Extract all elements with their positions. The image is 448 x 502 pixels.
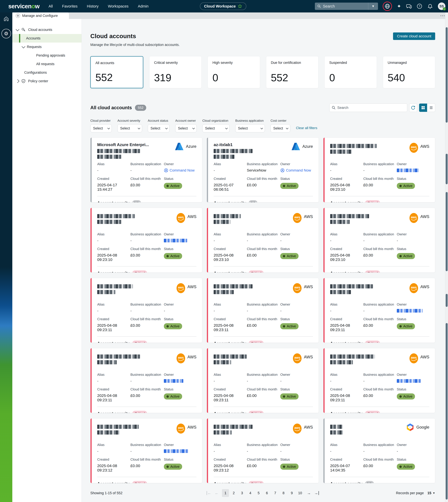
list-view-button[interactable] bbox=[427, 103, 435, 112]
account-card[interactable]: awsAWS Alias- Business application- Owne… bbox=[207, 278, 319, 343]
page-6[interactable]: 6 bbox=[263, 489, 271, 497]
owner-link[interactable]: Command Now bbox=[280, 168, 311, 173]
star-icon[interactable] bbox=[238, 4, 242, 8]
filter-select-business-application[interactable]: Select bbox=[235, 124, 265, 132]
records-per-page-select[interactable]: 15 ▼ bbox=[427, 491, 435, 495]
topnav-item-workspaces[interactable]: Workspaces bbox=[108, 4, 128, 8]
account-card[interactable]: awsAWS Alias- Business application- Owne… bbox=[207, 208, 319, 273]
bill-label: Cloud bill this month bbox=[247, 177, 280, 181]
globe-icon[interactable] bbox=[383, 1, 392, 11]
page-3[interactable]: 3 bbox=[239, 489, 245, 497]
account-card[interactable]: Google Alias- Business application- Owne… bbox=[323, 418, 435, 483]
filter-select-cloud-provider[interactable]: Select bbox=[90, 124, 112, 132]
account-card[interactable]: awsAWS Alias- Business application- Owne… bbox=[323, 348, 435, 413]
scrollbar-thumb[interactable] bbox=[446, 154, 448, 184]
severity-stripe bbox=[91, 348, 92, 413]
account-card[interactable]: awsAWS Alias- Business application- Owne… bbox=[90, 278, 202, 343]
topnav-item-favorites[interactable]: Favorites bbox=[62, 4, 78, 8]
chevron-down-icon bbox=[286, 127, 288, 129]
tab-manage-and-configure[interactable]: ⚙ Manage and Configure bbox=[12, 13, 69, 19]
page-9[interactable]: 9 bbox=[288, 489, 295, 497]
sidebar-item-requests[interactable]: Requests bbox=[12, 43, 81, 51]
page-1[interactable]: 1 bbox=[222, 489, 229, 497]
account-card[interactable]: awsAWS Alias- Business application- Owne… bbox=[323, 278, 435, 343]
business-application-label: Business application bbox=[130, 302, 164, 306]
filter-select-account-owner[interactable]: Select bbox=[175, 124, 197, 132]
page-8[interactable]: 8 bbox=[280, 489, 287, 497]
page-5[interactable]: 5 bbox=[255, 489, 262, 497]
stat-card-critical-severity[interactable]: Critical severity 319 bbox=[149, 56, 202, 88]
page-2[interactable]: 2 bbox=[230, 489, 237, 497]
account-card[interactable]: awsAWS Alias- Business application- Owne… bbox=[207, 348, 319, 413]
scrollbar-thumb[interactable] bbox=[446, 192, 448, 271]
stat-card-high-severity[interactable]: High severity 0 bbox=[208, 56, 260, 88]
servicenow-logo[interactable]: servicenow bbox=[8, 3, 40, 10]
scrollbar-thumb[interactable] bbox=[446, 294, 448, 307]
help-icon[interactable]: ? bbox=[417, 3, 422, 9]
pager: ← ← 12345678910 → → bbox=[207, 489, 319, 497]
severity-stripe bbox=[207, 278, 208, 343]
alias-label: Alias bbox=[330, 232, 363, 236]
alias-value: - bbox=[97, 309, 130, 313]
scrollbar-thumb[interactable] bbox=[446, 27, 448, 123]
account-card[interactable]: awsAWS Alias- Business application- Owne… bbox=[90, 208, 202, 273]
account-card[interactable]: awsAWS Alias- Business application- Owne… bbox=[90, 418, 202, 483]
filter-select-cost-center[interactable]: Select bbox=[271, 124, 290, 132]
owner-label: Owner bbox=[164, 162, 196, 166]
account-card[interactable]: awsAWS Alias- Business application- Owne… bbox=[207, 418, 319, 483]
prev-page-icon[interactable]: ← bbox=[215, 491, 219, 495]
topnav-item-admin[interactable]: Admin bbox=[138, 4, 148, 8]
home-icon[interactable] bbox=[3, 16, 9, 22]
stat-card-unmanaged[interactable]: Unmanaged 540 bbox=[383, 56, 435, 88]
stat-card-suspended[interactable]: Suspended 0 bbox=[324, 56, 377, 88]
global-search-input[interactable] bbox=[323, 4, 368, 8]
filter-select-account-severity[interactable]: Select bbox=[117, 124, 142, 132]
account-card[interactable]: az-itxlab1 Azure Alias- Business applica… bbox=[207, 137, 319, 202]
account-card[interactable]: awsAWS Alias- Business application- Owne… bbox=[323, 137, 435, 202]
workspace-icon[interactable]: ⚙ bbox=[1, 29, 11, 38]
account-card[interactable]: awsAWS Alias- Business application- Owne… bbox=[90, 348, 202, 413]
workspace-pill[interactable]: Cloud Workspace bbox=[200, 2, 246, 10]
topnav-item-all[interactable]: All bbox=[48, 4, 53, 8]
scrollbar-thumb[interactable] bbox=[446, 323, 448, 500]
chat-icon[interactable] bbox=[406, 3, 412, 9]
filter-account-owner: Account owner Select bbox=[175, 119, 197, 132]
search-scope-dropdown[interactable]: ▼ bbox=[368, 3, 378, 10]
sidebar-item-accounts[interactable]: Accounts bbox=[12, 34, 81, 43]
account-card[interactable]: Microsoft Azure Enterpri... Azure Alias-… bbox=[90, 137, 202, 202]
account-card[interactable]: awsAWS Alias- Business application- Owne… bbox=[323, 208, 435, 273]
create-cloud-account-button[interactable]: Create cloud account bbox=[393, 33, 435, 40]
sidebar-item-pending-approvals[interactable]: Pending approvals bbox=[12, 51, 81, 60]
card-view-button[interactable] bbox=[419, 103, 427, 112]
avatar[interactable]: SS bbox=[438, 2, 445, 10]
ai-sparkle-icon[interactable]: ✦ bbox=[397, 4, 401, 9]
page-4[interactable]: 4 bbox=[247, 489, 254, 497]
status-dot-icon bbox=[166, 325, 169, 328]
sidebar-item-cloud-accounts[interactable]: Cloud accounts bbox=[12, 25, 81, 34]
clear-all-filters-link[interactable]: Clear all filters bbox=[296, 126, 317, 130]
account-name[interactable]: Microsoft Azure Enterpri... bbox=[97, 142, 149, 147]
svg-text:aws: aws bbox=[178, 216, 184, 219]
owner-link[interactable]: Command Now bbox=[164, 168, 194, 173]
page-7[interactable]: 7 bbox=[272, 489, 279, 497]
bell-icon[interactable] bbox=[427, 3, 433, 9]
page-10[interactable]: 10 bbox=[297, 489, 304, 497]
stat-card-due-for-certification[interactable]: Due for certification 552 bbox=[266, 56, 319, 88]
filter-select-account-status[interactable]: Select bbox=[148, 124, 170, 132]
first-page-icon[interactable]: ← bbox=[207, 491, 211, 495]
scrollbar-track[interactable] bbox=[445, 13, 448, 502]
tab-overflow-icon[interactable]: ⋯ bbox=[440, 13, 445, 18]
filter-select-cloud-organization[interactable]: Select bbox=[202, 124, 230, 132]
stat-card-all-accounts[interactable]: All accounts 552 bbox=[90, 56, 143, 88]
last-page-icon[interactable]: → bbox=[314, 491, 319, 495]
status-label: Status bbox=[280, 177, 313, 181]
account-name[interactable]: az-itxlab1 bbox=[214, 142, 253, 147]
google-logo-icon bbox=[406, 423, 414, 431]
sidebar-item-configurations[interactable]: Configurations bbox=[12, 68, 81, 77]
refresh-button[interactable] bbox=[409, 103, 417, 112]
next-page-icon[interactable]: → bbox=[307, 491, 311, 495]
topnav-item-history[interactable]: History bbox=[87, 4, 98, 8]
accounts-search-input[interactable] bbox=[337, 106, 407, 110]
sidebar-item-all-requests[interactable]: All requests bbox=[12, 60, 81, 68]
sidebar-item-policy-center[interactable]: Policy center bbox=[12, 77, 81, 85]
